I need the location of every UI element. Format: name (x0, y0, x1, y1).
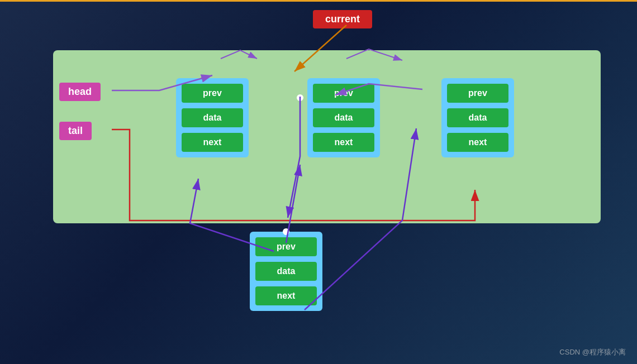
main-container: prev data next prev data next prev data … (53, 50, 601, 223)
node2-data: data (313, 108, 374, 127)
node-new-data: data (255, 262, 317, 281)
node-new-next: next (255, 286, 317, 305)
tail-label: tail (59, 122, 92, 140)
node1: prev data next (176, 78, 249, 157)
node3: prev data next (441, 78, 514, 157)
node3-data: data (447, 108, 508, 127)
node-new: prev data next (250, 232, 322, 311)
current-label: current (313, 10, 372, 28)
node-new-prev: prev (255, 237, 317, 256)
watermark: CSDN @程序猿小离 (559, 347, 626, 357)
node1-data: data (182, 108, 243, 127)
node1-prev: prev (182, 84, 243, 103)
node2-prev: prev (313, 84, 374, 103)
node3-prev: prev (447, 84, 508, 103)
node2: prev data next (307, 78, 380, 157)
node2-next: next (313, 133, 374, 152)
head-label: head (59, 83, 101, 101)
top-decorative-line (0, 0, 637, 2)
node3-next: next (447, 133, 508, 152)
node1-next: next (182, 133, 243, 152)
